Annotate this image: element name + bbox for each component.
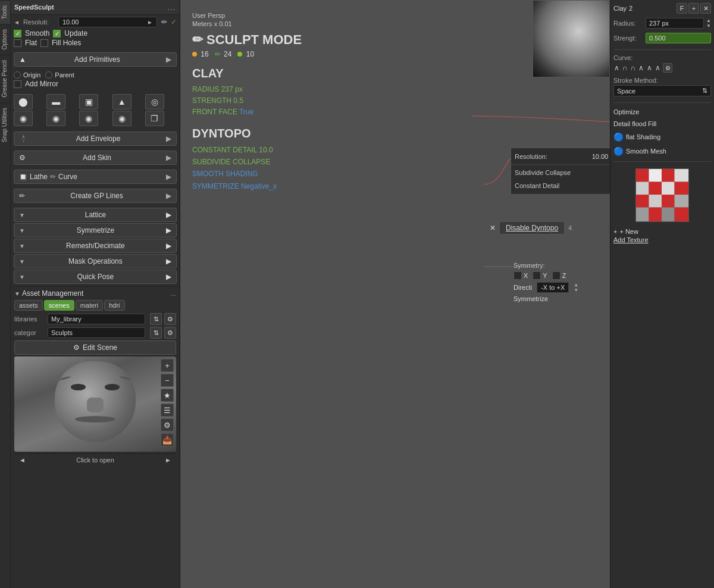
tab-snap-utilities[interactable]: Snap Utilities <box>0 102 10 147</box>
symmetrize-button[interactable]: ▼ Symmetrize ▶ <box>14 223 177 237</box>
subdiv-icon-btn[interactable]: ◉ <box>14 111 33 126</box>
preview-list-btn[interactable]: ☰ <box>161 404 174 417</box>
smooth-mesh-item[interactable]: 🔵 Smooth Mesh <box>613 145 711 157</box>
curve-shape-4[interactable]: ∧ <box>638 64 644 72</box>
tab-hdri[interactable]: hdri <box>104 300 124 311</box>
update-checkbox[interactable]: ✓ <box>53 30 61 37</box>
radius-field-value[interactable]: 237 px <box>646 18 704 29</box>
curve-shape-6[interactable]: ∧ <box>654 64 661 72</box>
brush-f-btn[interactable]: F <box>677 3 687 14</box>
tab-grease-pencil[interactable]: Grease Pencil <box>0 55 10 102</box>
tab-scenes[interactable]: scenes <box>44 300 74 311</box>
quick-pose-button[interactable]: ▼ Quick Pose ▶ <box>14 270 177 284</box>
symmetrize-btn-row: Symmetrize <box>513 295 578 302</box>
preview-star-btn[interactable]: ★ <box>161 389 174 402</box>
preview-plus-btn[interactable]: + <box>161 359 174 372</box>
y-sym-label: Y <box>543 272 547 279</box>
checkbox-smooth-row: ✓ Smooth ✓ Update <box>14 29 177 37</box>
box-icon-btn[interactable]: ▣ <box>79 94 98 110</box>
cylinder-icon-btn[interactable]: ▬ <box>46 94 65 110</box>
viewport[interactable]: User Persp Meters x 0.01 ✏ SCULPT MODE 1… <box>180 0 610 588</box>
stroke-dropdown[interactable]: Space ⇅ <box>613 85 711 96</box>
category-settings-icon[interactable]: ⚙ <box>164 327 176 339</box>
strength-field-value[interactable]: 0.500 <box>646 33 711 43</box>
new-texture-button[interactable]: + + New <box>613 228 711 235</box>
res-resolution-row: Resolution: 10.00 ► ✏ ▲▼ <box>511 150 610 163</box>
brush-x-btn[interactable]: ✕ <box>700 3 711 14</box>
origin-radio-btn[interactable] <box>14 71 21 79</box>
curve-shape-5[interactable]: ∧ <box>646 64 653 72</box>
y-checkbox[interactable] <box>533 271 541 280</box>
nav-right-icon[interactable]: ► <box>165 456 171 464</box>
nav-left-icon[interactable]: ◄ <box>19 456 26 464</box>
flat-checkbox[interactable] <box>14 39 21 47</box>
category-sort-icon[interactable]: ⇅ <box>150 327 162 339</box>
origin-radio[interactable]: Origin <box>14 71 40 79</box>
tab-assets[interactable]: assets <box>14 300 43 311</box>
x-check-box[interactable]: X <box>513 271 528 280</box>
curve-shape-2[interactable]: ∩ <box>622 64 628 72</box>
sphere-icon-btn[interactable]: ⬤ <box>14 94 33 110</box>
stat-orange: 16 <box>192 50 209 58</box>
dyntopo-x-btn[interactable]: ✕ <box>490 224 496 232</box>
face-icon-btn[interactable]: ◉ <box>46 111 65 126</box>
disable-dyntopo-button[interactable]: Disable Dyntopo <box>499 221 565 234</box>
remesh-button[interactable]: ▼ Remesh/Decimate ▶ <box>14 239 177 253</box>
add-skin-button[interactable]: ⚙ Add Skin ▶ <box>14 151 177 165</box>
z-check-box[interactable]: Z <box>552 271 566 280</box>
subdiv-collapse-label: SUBDIVIDE COLLAPSE <box>192 158 270 166</box>
category-dropdown[interactable]: Sculpts <box>48 327 145 338</box>
add-texture-button[interactable]: Add Texture <box>613 236 711 243</box>
optimize-item[interactable]: Optimize <box>613 107 711 117</box>
libraries-dropdown[interactable]: My_library <box>48 314 145 324</box>
flat-shading-label: flat Shading <box>626 133 660 140</box>
arm-icon-btn[interactable]: ◉ <box>79 111 98 126</box>
x-checkbox[interactable] <box>513 271 522 280</box>
parent-radio-btn[interactable] <box>45 71 52 79</box>
edit-scene-button[interactable]: ⚙ Edit Scene <box>14 340 176 355</box>
radius-arrows[interactable]: ▲▼ <box>706 18 711 29</box>
parent-radio[interactable]: Parent <box>45 71 74 79</box>
tab-materi[interactable]: materi <box>76 300 104 311</box>
preview-minus-btn[interactable]: − <box>161 374 174 387</box>
tab-tools[interactable]: Tools <box>0 0 10 24</box>
lattice-button[interactable]: ▼ Lattice ▶ <box>14 208 177 222</box>
torus-icon-btn[interactable]: ◎ <box>145 94 164 110</box>
preview-settings-btn[interactable]: ⚙ <box>161 418 174 431</box>
add-envelope-button[interactable]: 🕴 Add Envelope ▶ <box>14 132 177 146</box>
hand-icon-btn[interactable]: ◉ <box>112 111 131 126</box>
curve-shape-3[interactable]: ∩ <box>630 64 637 72</box>
nose-shape <box>87 398 103 412</box>
mask-operations-button[interactable]: ▼ Mask Operations ▶ <box>14 254 177 268</box>
click-to-open-bar[interactable]: ◄ Click to open ► <box>14 453 176 466</box>
lathe-curve-button[interactable]: 🔲 Lathe ✏ Curve ▶ <box>14 170 177 184</box>
check-icon[interactable]: ✓ <box>171 18 177 26</box>
clay-title: CLAY <box>192 67 302 80</box>
symmetrize-btn-label[interactable]: Symmetrize <box>513 295 548 302</box>
smooth-checkbox[interactable]: ✓ <box>14 30 21 37</box>
direction-arrows[interactable]: ▲▼ <box>574 282 578 293</box>
remesh-arrow: ▶ <box>166 242 171 250</box>
asset-dots[interactable]: ... <box>170 289 176 298</box>
add-primitives-button[interactable]: ▲ Add Primitives ▶ <box>14 52 177 67</box>
libraries-settings-icon[interactable]: ⚙ <box>164 313 176 325</box>
cone-icon-btn[interactable]: ▲ <box>112 94 131 110</box>
preview-export-btn[interactable]: 📥 <box>161 433 174 446</box>
create-gp-button[interactable]: ✏ Create GP Lines ▶ <box>14 189 177 203</box>
z-checkbox[interactable] <box>552 271 560 280</box>
resolution-field[interactable]: 10.00 ► <box>58 17 157 27</box>
add-mirror-checkbox[interactable] <box>14 80 21 88</box>
pencil-icon[interactable]: ✏ <box>161 18 167 26</box>
tab-options[interactable]: Options <box>0 24 10 54</box>
sidebar-dots[interactable]: ... <box>167 2 176 12</box>
curve-settings-btn[interactable]: ⚙ <box>663 63 672 73</box>
brush-plus-btn[interactable]: + <box>688 3 699 14</box>
fill-holes-checkbox[interactable] <box>40 39 48 47</box>
flat-shading-item[interactable]: 🔵 flat Shading <box>613 131 711 143</box>
direction-dropdown[interactable]: -X to +X <box>537 282 569 293</box>
copy-icon-btn[interactable]: ❐ <box>145 111 164 126</box>
detail-flood-item[interactable]: Detail flood Fill <box>613 119 711 129</box>
libraries-sort-icon[interactable]: ⇅ <box>150 313 162 325</box>
y-check-box[interactable]: Y <box>533 271 547 280</box>
curve-shape-1[interactable]: ∧ <box>613 64 620 72</box>
